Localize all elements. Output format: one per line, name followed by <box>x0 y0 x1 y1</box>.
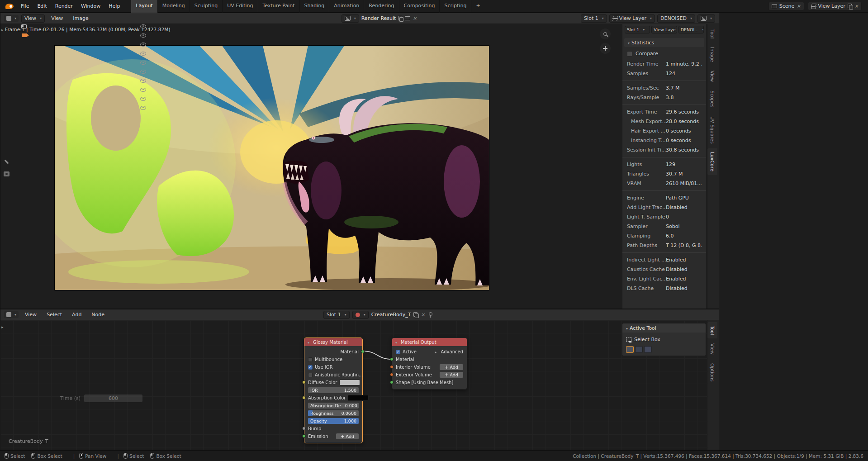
node-glossy-material[interactable]: Glossy Material Material Multibounce Use… <box>304 337 363 443</box>
workspace-tab-layout[interactable]: Layout <box>131 0 157 13</box>
zoom-gizmo[interactable] <box>600 29 611 39</box>
workspace-tab-sculpting[interactable]: Sculpting <box>190 0 222 13</box>
workspace-tab-uv-editing[interactable]: UV Editing <box>222 0 257 13</box>
menu-render[interactable]: Render <box>52 2 76 10</box>
copy-material-icon[interactable] <box>413 312 418 317</box>
sidebar-pass-dropdown[interactable]: DENOI... <box>678 26 704 33</box>
shape-socket[interactable] <box>390 380 394 384</box>
blender-logo-icon[interactable] <box>5 4 14 9</box>
workspace-tab-animation[interactable]: Animation <box>329 0 364 13</box>
material-output-socket[interactable] <box>361 350 365 353</box>
tab-tool[interactable]: Tool <box>707 26 717 42</box>
browse-material-dropdown[interactable] <box>352 311 369 319</box>
absorption-depth-field[interactable]: Absorption De...0.000 <box>308 403 359 409</box>
workspace-tab-texture-paint[interactable]: Texture Paint <box>258 0 299 13</box>
absorption-color-swatch[interactable] <box>348 395 369 401</box>
tab-image[interactable]: Image <box>707 43 717 66</box>
emission-socket[interactable] <box>302 434 306 438</box>
hide-icon[interactable] <box>140 97 146 101</box>
unlink-material-icon[interactable] <box>421 312 425 318</box>
workspace-tab-compositing[interactable]: Compositing <box>399 0 440 13</box>
menu-window[interactable]: Window <box>77 2 104 10</box>
tab-scopes[interactable]: Scopes <box>707 87 717 111</box>
pan-gizmo[interactable] <box>600 43 611 54</box>
hide-icon[interactable] <box>140 106 146 110</box>
ior-field[interactable]: IOR1.500 <box>308 387 359 393</box>
exterior-add-button[interactable]: Add <box>440 372 463 378</box>
active-checkbox[interactable] <box>396 350 400 354</box>
new-view-layer-icon[interactable] <box>848 4 852 9</box>
open-image-icon[interactable] <box>405 16 410 20</box>
editor-type-dropdown[interactable] <box>4 15 19 22</box>
diffuse-color-swatch[interactable] <box>339 380 360 385</box>
material-slot-dropdown[interactable]: Slot 1 <box>323 311 350 319</box>
workspace-tab-rendering[interactable]: Rendering <box>364 0 398 13</box>
emission-add-button[interactable]: Add <box>336 433 359 439</box>
node-menu-node[interactable]: Node <box>88 310 108 319</box>
sidebar-layer-dropdown[interactable]: View Laye <box>651 26 677 33</box>
view-layer-selector[interactable]: View Layer <box>808 2 862 10</box>
tab-luxcore[interactable]: LuxCore <box>707 148 717 175</box>
tab-uv-squares[interactable]: UV Squares <box>707 113 717 147</box>
hide-icon[interactable] <box>140 52 146 56</box>
workspace-tab-shading[interactable]: Shading <box>299 0 329 13</box>
browse-image-dropdown[interactable] <box>342 14 359 23</box>
roughness-slider[interactable]: Roughness0.0600 <box>308 410 359 416</box>
menu-file[interactable]: File <box>17 2 33 10</box>
layer-dropdown[interactable]: View Layer <box>609 14 655 23</box>
editor-type-dropdown[interactable] <box>4 311 19 318</box>
hide-icon[interactable] <box>140 88 146 92</box>
node-header[interactable]: Glossy Material <box>304 338 362 346</box>
image-mode-dropdown[interactable]: View <box>21 14 45 23</box>
menu-edit[interactable]: Edit <box>33 2 50 10</box>
advanced-expander[interactable] <box>435 349 439 354</box>
new-image-icon[interactable] <box>398 16 403 21</box>
node-header[interactable]: Material Output <box>392 338 467 346</box>
unlink-image-icon[interactable] <box>413 15 417 21</box>
node-menu-select[interactable]: Select <box>43 310 66 319</box>
bump-socket[interactable] <box>302 427 306 430</box>
sidebar-slot-dropdown[interactable]: Slot 1 <box>625 26 650 33</box>
statistics-panel-header[interactable]: Statistics <box>624 38 704 47</box>
pin-icon[interactable] <box>428 312 432 318</box>
tool-thumbnail[interactable] <box>626 346 634 353</box>
unlink-scene-icon[interactable] <box>797 3 801 9</box>
tool-thumbnail[interactable] <box>644 346 652 353</box>
hide-icon[interactable] <box>140 43 146 47</box>
tab-view[interactable]: View <box>707 67 717 86</box>
display-settings-dropdown[interactable] <box>697 14 715 23</box>
add-workspace-button[interactable]: + <box>471 0 484 13</box>
scene-selector[interactable]: Scene <box>768 2 804 10</box>
workspace-tab-modeling[interactable]: Modeling <box>157 0 190 13</box>
absorption-color-socket[interactable] <box>302 396 306 399</box>
compare-checkbox[interactable] <box>627 51 632 57</box>
workspace-tab-scripting[interactable]: Scripting <box>439 0 471 13</box>
hide-icon[interactable] <box>140 33 146 38</box>
menu-help[interactable]: Help <box>105 2 123 10</box>
node-material-output[interactable]: Material Output Active Advanced Material… <box>392 337 467 390</box>
node-menu-view[interactable]: View <box>21 310 40 319</box>
active-tool-header[interactable]: Active Tool <box>622 323 706 333</box>
interior-volume-socket[interactable] <box>390 365 394 369</box>
multibounce-checkbox[interactable] <box>308 357 313 362</box>
tool-select-box[interactable]: Select Box <box>626 335 702 343</box>
use-ior-checkbox[interactable] <box>308 365 313 370</box>
tool-thumbnail[interactable] <box>635 346 643 353</box>
pass-dropdown[interactable]: DENOISED <box>657 14 695 23</box>
interior-add-button[interactable]: Add <box>440 364 463 370</box>
image-menu-view[interactable]: View <box>47 14 66 23</box>
collapse-arrow-icon[interactable] <box>308 340 311 345</box>
remove-view-layer-icon[interactable] <box>854 3 859 9</box>
node-menu-add[interactable]: Add <box>68 310 85 319</box>
diffuse-color-socket[interactable] <box>302 380 306 384</box>
exterior-volume-socket[interactable] <box>390 373 394 376</box>
collapse-arrow-icon[interactable] <box>395 340 399 345</box>
hide-icon[interactable] <box>140 24 146 29</box>
material-input-socket[interactable] <box>390 357 394 361</box>
hide-icon[interactable] <box>140 61 146 65</box>
anisotropic-checkbox[interactable] <box>308 373 313 377</box>
opacity-slider[interactable]: Opacity1.000 <box>308 418 359 424</box>
panel-toggle-arrow-icon[interactable]: ▸ <box>1 28 4 32</box>
hide-icon[interactable] <box>140 70 146 74</box>
hide-icon[interactable] <box>140 79 146 83</box>
